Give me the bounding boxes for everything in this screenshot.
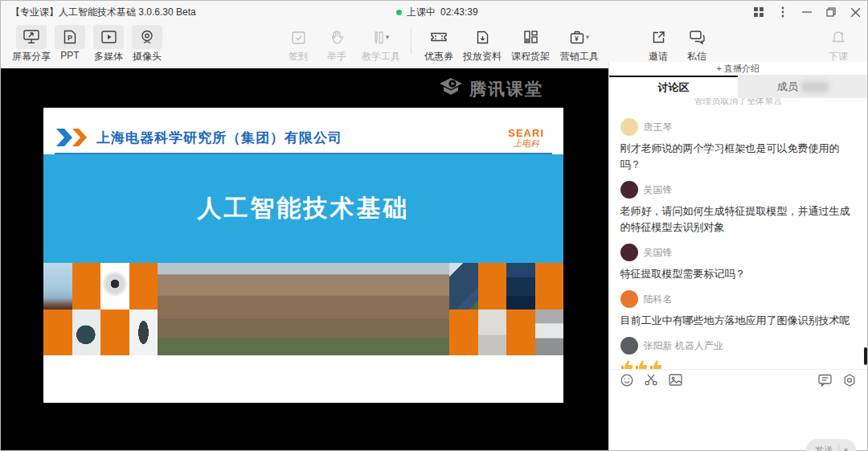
teaching-tools-button[interactable]: ▾ 教学工具 bbox=[356, 25, 406, 64]
thumbs-up-emoji bbox=[635, 360, 648, 369]
chat-message-list: 唐王琴 刚才老师说的两个学习框架也是可以免费使用的吗？ 吴国锋 老师好，请问如何… bbox=[620, 118, 856, 369]
live-intro-tab[interactable]: + 直播介绍 bbox=[609, 62, 867, 76]
coupon-icon bbox=[424, 25, 454, 49]
class-timer: 02:43:39 bbox=[440, 6, 478, 18]
chat-message: 唐王琴 刚才老师说的两个学习框架也是可以免费使用的吗？ bbox=[620, 118, 856, 173]
chat-message-head: 吴国锋 bbox=[620, 181, 856, 199]
double-chevron-icon bbox=[55, 127, 90, 148]
chat-username: 陆科名 bbox=[644, 293, 673, 306]
chat-message-text: 刚才老师说的两个学习框架也是可以免费使用的吗？ bbox=[620, 141, 856, 173]
mosaic-orange-tile bbox=[43, 310, 72, 356]
mosaic-photo-building bbox=[158, 263, 449, 355]
course-shelf-icon bbox=[515, 25, 546, 49]
titlebar: 【专业课】人工智能技术基础 3.0.6.30 Beta 上课中 02:43:39 bbox=[1, 1, 867, 23]
private-message-button[interactable]: 私信 bbox=[678, 25, 716, 64]
seari-logo: SEARI 上电科 bbox=[508, 128, 555, 148]
mosaic-photo-room bbox=[478, 310, 506, 356]
app-window: 【专业课】人工智能技术基础 3.0.6.30 Beta 上课中 02:43:39 bbox=[0, 0, 868, 451]
mosaic-photo-equip bbox=[506, 263, 534, 310]
mosaic-orange-tile bbox=[535, 263, 563, 310]
invite-button[interactable]: 邀请 bbox=[639, 25, 678, 64]
end-class-button[interactable]: 下课 bbox=[819, 25, 858, 64]
materials-button[interactable]: 投放资料 bbox=[458, 25, 506, 64]
chat-message: 吴国锋 特征提取模型需要标记吗？ bbox=[620, 244, 856, 282]
mosaic-orange-tile bbox=[72, 263, 101, 310]
materials-icon bbox=[467, 25, 497, 49]
layout-grid-icon[interactable] bbox=[747, 1, 771, 23]
ppt-button[interactable]: P PPT bbox=[51, 25, 89, 61]
chat-message: 陆科名 目前工业中有哪些地方落地应用了图像识别技术呢 bbox=[620, 290, 856, 329]
media-play-icon bbox=[93, 25, 124, 49]
avatar bbox=[620, 244, 638, 261]
chevron-down-icon: ▾ bbox=[586, 33, 590, 41]
chat-message-head: 唐王琴 bbox=[620, 118, 856, 136]
screen-share-button[interactable]: 屏幕分享 bbox=[12, 25, 51, 64]
tab-members[interactable]: 成员 bbox=[738, 76, 867, 98]
live-status-dot bbox=[396, 10, 402, 15]
check-in-button[interactable]: 签到 bbox=[279, 25, 317, 64]
thumbs-up-emoji bbox=[649, 360, 662, 369]
chat-message: 吴国锋 老师好，请问如何生成特征提取模型，并通过生成的特征模型去识别对象 bbox=[620, 181, 856, 236]
member-count-blurred bbox=[801, 81, 829, 92]
avatar bbox=[620, 290, 638, 308]
minimize-button[interactable] bbox=[795, 1, 819, 23]
chat-input-toolbar bbox=[609, 369, 867, 390]
teaching-tools-icon: ▾ bbox=[366, 25, 396, 49]
chat-area[interactable]: 管理员取消了全体禁言 唐王琴 刚才老师说的两个学习框架也是可以免费使用的吗？ 吴… bbox=[609, 98, 867, 369]
system-message: 管理员取消了全体禁言 bbox=[620, 98, 856, 110]
mosaic-orange-tile bbox=[478, 263, 506, 310]
more-menu-icon[interactable] bbox=[771, 1, 795, 23]
screenshot-scissors-icon[interactable] bbox=[645, 374, 657, 386]
message-settings-icon[interactable] bbox=[818, 374, 832, 387]
image-mosaic bbox=[43, 263, 563, 355]
class-status: 上课中 02:43:39 bbox=[396, 1, 478, 23]
window-title: 【专业课】人工智能技术基础 3.0.6.30 Beta bbox=[1, 6, 196, 19]
mosaic-photo-breaker bbox=[129, 310, 158, 356]
main-toolbar: 屏幕分享 P PPT 多媒体 摄像头 签到 bbox=[1, 23, 867, 62]
chat-message-text: 老师好，请问如何生成特征提取模型，并通过生成的特征模型去识别对象 bbox=[620, 203, 856, 236]
slide-footer bbox=[43, 355, 563, 403]
window-controls bbox=[747, 1, 867, 23]
thumbs-up-emoji bbox=[620, 360, 633, 369]
close-button[interactable] bbox=[843, 1, 867, 23]
mosaic-photo-motor bbox=[72, 310, 101, 356]
watermark-text: 腾讯课堂 bbox=[469, 78, 543, 100]
media-button[interactable]: 多媒体 bbox=[89, 25, 128, 64]
chat-settings-gear-icon[interactable] bbox=[843, 374, 856, 387]
slide-title: 人工智能技术基础 bbox=[198, 192, 410, 225]
mosaic-photo-solar bbox=[449, 263, 477, 310]
toolbar-divider bbox=[411, 28, 411, 54]
camera-icon bbox=[132, 25, 162, 49]
avatar bbox=[620, 181, 638, 199]
watermark: 腾讯课堂 bbox=[439, 77, 543, 101]
send-button[interactable]: 发送 ▾ bbox=[806, 439, 856, 451]
mosaic-orange-tile bbox=[129, 263, 158, 310]
chat-message-head: 张阳新 机器人产业 bbox=[620, 337, 856, 355]
avatar bbox=[620, 337, 638, 355]
raise-hand-icon bbox=[321, 25, 352, 49]
raise-hand-button[interactable]: 举手 bbox=[317, 25, 356, 64]
slide-banner: 人工智能技术基础 bbox=[43, 154, 563, 263]
emoji-picker-icon[interactable] bbox=[620, 374, 633, 387]
coupon-button[interactable]: 优惠券 bbox=[420, 25, 458, 64]
image-upload-icon[interactable] bbox=[669, 374, 682, 386]
mosaic-orange-tile bbox=[100, 310, 129, 356]
chat-message: 张阳新 机器人产业 bbox=[620, 337, 856, 369]
message-input[interactable]: 发送 ▾ bbox=[609, 390, 867, 450]
chat-scrollbar[interactable] bbox=[864, 347, 867, 365]
mosaic-photo-turbine bbox=[43, 263, 72, 310]
mosaic-left bbox=[43, 263, 158, 355]
slide: 上海电器科学研究所（集团）有限公司 SEARI 上电科 人工智能技术基础 bbox=[43, 108, 563, 403]
restore-button[interactable] bbox=[819, 1, 843, 23]
marketing-tools-button[interactable]: ¥ ▾ 营销工具 bbox=[555, 25, 604, 64]
camera-button[interactable]: 摄像头 bbox=[128, 25, 166, 64]
avatar bbox=[620, 118, 638, 136]
course-shelf-button[interactable]: 课程货架 bbox=[506, 25, 555, 64]
chat-username: 张阳新 机器人产业 bbox=[644, 339, 723, 353]
chat-username: 吴国锋 bbox=[644, 246, 673, 260]
chat-message-head: 吴国锋 bbox=[620, 244, 856, 261]
chat-username: 唐王琴 bbox=[644, 121, 673, 134]
header-rule bbox=[55, 153, 552, 154]
screen-share-icon bbox=[16, 25, 47, 49]
tab-discussion[interactable]: 讨论区 bbox=[609, 76, 739, 98]
